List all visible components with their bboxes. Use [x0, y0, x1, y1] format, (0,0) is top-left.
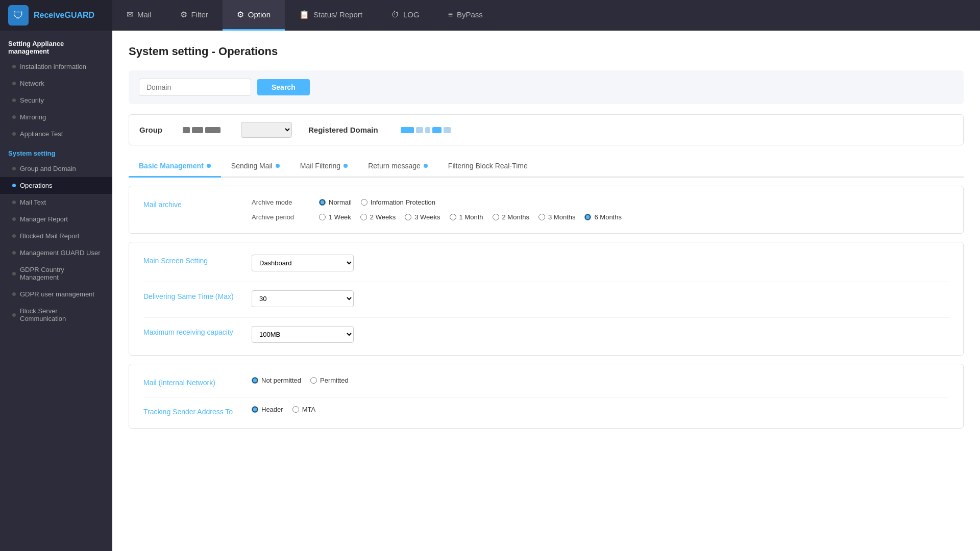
radio-permitted[interactable]: Permitted	[310, 377, 349, 384]
radio-3months[interactable]: 3 Months	[538, 213, 575, 221]
radio-normal-input[interactable]	[319, 199, 326, 206]
sidebar-item-gdpr-user-management[interactable]: GDPR user management	[0, 286, 112, 303]
sidebar-item-blocked-mail-report[interactable]: Blocked Mail Report	[0, 228, 112, 244]
radio-2months-input[interactable]	[493, 214, 499, 220]
mail-internal-network-section: Mail (Internal Network) Not permitted Pe…	[129, 364, 964, 429]
maximum-receiving-capacity-row: Maximum receiving capacity 50MB 100MB 20…	[143, 326, 949, 343]
filter-icon: ⚙	[180, 10, 187, 19]
maximum-receiving-capacity-select[interactable]: 50MB 100MB 200MB 500MB	[252, 326, 354, 343]
nav-tabs: ✉ Mail ⚙ Filter ⚙ Option 📋 Status/ Repor…	[112, 0, 980, 31]
top-navigation: 🛡 ReceiveGUARD ✉ Mail ⚙ Filter ⚙ Option …	[0, 0, 980, 31]
sidebar-item-management-guard-user[interactable]: Management GUARD User	[0, 244, 112, 261]
sidebar-section-appliance: Setting Appliance management	[0, 35, 112, 58]
domain-search-input[interactable]	[139, 79, 251, 96]
domain-blocks	[401, 127, 451, 133]
radio-header-input[interactable]	[252, 406, 258, 413]
domain-block-3	[425, 127, 430, 133]
sidebar-item-block-server-communication[interactable]: Block Server Communication	[0, 303, 112, 327]
sidebar-item-installation-information[interactable]: Installation information	[0, 58, 112, 75]
radio-3months-input[interactable]	[538, 214, 545, 220]
sidebar-item-operations[interactable]: Operations	[0, 177, 112, 194]
tab-filtering-block-real-time[interactable]: Filtering Block Real-Time	[438, 156, 538, 178]
radio-mta-input[interactable]	[292, 406, 299, 413]
search-button[interactable]: Search	[257, 79, 310, 95]
radio-not-permitted-input[interactable]	[252, 377, 258, 384]
delivering-same-time-select[interactable]: 10 20 30 40 50	[252, 290, 354, 307]
sidebar-item-mail-text[interactable]: Mail Text	[0, 194, 112, 211]
mail-archive-label: Mail archive	[143, 198, 235, 209]
group-select[interactable]	[241, 122, 292, 138]
radio-not-permitted[interactable]: Not permitted	[252, 377, 301, 384]
tracking-sender-radio-group: Header MTA	[252, 406, 315, 413]
radio-2months[interactable]: 2 Months	[493, 213, 529, 221]
status-report-icon: 📋	[299, 10, 309, 19]
group-label: Group	[139, 126, 162, 134]
bypass-icon: ≡	[448, 10, 453, 19]
radio-2weeks[interactable]: 2 Weeks	[360, 213, 396, 221]
main-screen-setting-row: Main Screen Setting Dashboard Mail Filte…	[143, 255, 949, 271]
main-screen-setting-select[interactable]: Dashboard Mail Filter Option	[252, 255, 354, 271]
sidebar-dot	[12, 98, 16, 102]
sidebar-item-mirroring[interactable]: Mirroring	[0, 109, 112, 126]
tracking-sender-row: Tracking Sender Address To Header MTA	[143, 406, 949, 416]
mail-internal-network-radio-group: Not permitted Permitted	[252, 377, 349, 384]
radio-6months-input[interactable]	[584, 214, 591, 220]
radio-3weeks[interactable]: 3 Weeks	[405, 213, 440, 221]
domain-block-1	[401, 127, 414, 133]
nav-tab-log[interactable]: ⏱ LOG	[377, 0, 434, 31]
radio-6months[interactable]: 6 Months	[584, 213, 621, 221]
page-title: System setting - Operations	[129, 45, 964, 58]
sidebar-dot	[12, 65, 16, 68]
radio-header[interactable]: Header	[252, 406, 283, 413]
sidebar-item-manager-report[interactable]: Manager Report	[0, 211, 112, 228]
sidebar-item-appliance-test[interactable]: Appliance Test	[0, 126, 112, 142]
sidebar-dot	[12, 217, 16, 221]
tab-bar: Basic Management Sending Mail Mail Filte…	[129, 156, 964, 178]
nav-tab-mail[interactable]: ✉ Mail	[112, 0, 166, 31]
delivering-same-time-label: Delivering Same Time (Max)	[143, 290, 235, 300]
tab-return-message[interactable]: Return message	[358, 156, 438, 178]
radio-mta[interactable]: MTA	[292, 406, 315, 413]
radio-1month[interactable]: 1 Month	[450, 213, 483, 221]
tab-basic-management[interactable]: Basic Management	[129, 156, 221, 178]
mail-archive-section: Mail archive Archive mode Normail	[129, 186, 964, 234]
radio-1month-input[interactable]	[450, 214, 456, 220]
radio-permitted-input[interactable]	[310, 377, 317, 384]
search-bar: Search	[129, 70, 964, 104]
nav-tab-bypass[interactable]: ≡ ByPass	[434, 0, 497, 31]
sidebar-item-group-and-domain[interactable]: Group and Domain	[0, 160, 112, 177]
tab-mail-filtering[interactable]: Mail Filtering	[290, 156, 358, 178]
sidebar-item-security[interactable]: Security	[0, 92, 112, 109]
radio-1week[interactable]: 1 Week	[319, 213, 351, 221]
section-divider-2	[143, 317, 949, 318]
mail-archive-row: Mail archive Archive mode Normail	[143, 198, 949, 221]
tab-sending-mail[interactable]: Sending Mail	[221, 156, 290, 178]
log-icon: ⏱	[391, 10, 399, 19]
radio-1week-input[interactable]	[319, 214, 326, 220]
radio-information-protection[interactable]: Information Protection	[361, 198, 435, 206]
group-blocks	[183, 127, 220, 133]
block-medium	[192, 127, 203, 133]
main-screen-setting-label: Main Screen Setting	[143, 255, 235, 265]
section-divider-3	[143, 397, 949, 397]
option-icon: ⚙	[237, 10, 244, 19]
nav-tab-option[interactable]: ⚙ Option	[223, 0, 285, 31]
logo-area: 🛡 ReceiveGUARD	[0, 0, 112, 31]
radio-2weeks-input[interactable]	[360, 214, 367, 220]
radio-3weeks-input[interactable]	[405, 214, 411, 220]
archive-mode-radio-group: Normail Information Protection	[319, 198, 435, 206]
mail-archive-fields: Archive mode Normail Information Protect…	[252, 198, 622, 221]
delivering-same-time-row: Delivering Same Time (Max) 10 20 30 40 5…	[143, 290, 949, 307]
archive-mode-label: Archive mode	[252, 198, 313, 206]
nav-tab-filter[interactable]: ⚙ Filter	[166, 0, 223, 31]
nav-tab-status-report[interactable]: 📋 Status/ Report	[285, 0, 377, 31]
radio-information-protection-input[interactable]	[361, 199, 368, 206]
sidebar-item-network[interactable]: Network	[0, 75, 112, 92]
mail-icon: ✉	[127, 10, 133, 19]
main-layout: Setting Appliance management Installatio…	[0, 31, 980, 551]
sidebar-section-system-setting: System setting	[0, 142, 112, 160]
sidebar-item-gdpr-country-management[interactable]: GDPR Country Management	[0, 261, 112, 286]
section-divider	[143, 282, 949, 282]
radio-normal[interactable]: Normail	[319, 198, 352, 206]
sidebar-dot	[12, 234, 16, 238]
